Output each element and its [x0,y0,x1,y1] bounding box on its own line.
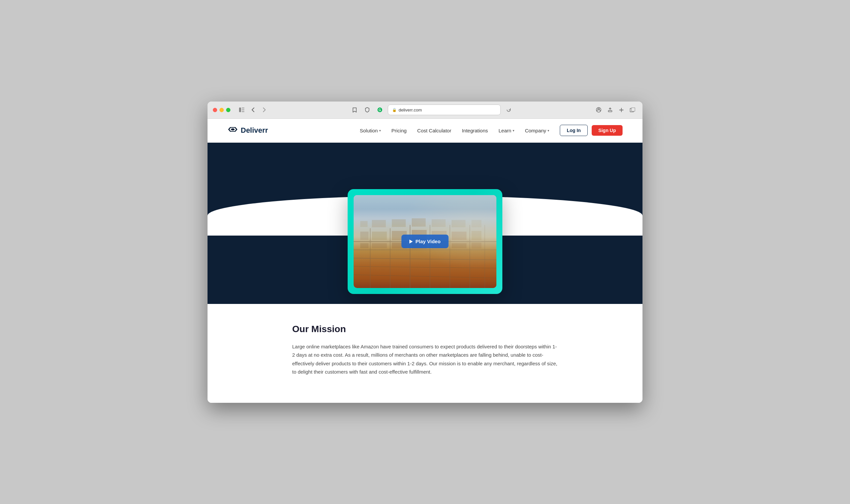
nav-actions: Log In Sign Up [560,125,623,136]
forward-button[interactable] [260,105,269,114]
logo-text: Deliverr [241,126,268,135]
traffic-lights [213,108,230,112]
svg-rect-0 [239,108,241,112]
play-icon [410,239,413,244]
page-content: Deliverr Solution ▾ Pricing Cost Calcula… [208,119,642,403]
new-tab-icon[interactable] [617,105,626,114]
bookmarks-icon[interactable] [350,105,359,114]
chevron-down-icon: ▾ [379,129,381,132]
company-chevron-icon: ▾ [548,129,549,132]
browser-titlebar: G 🔒 deliverr.com [208,102,642,119]
svg-rect-10 [631,108,635,111]
mission-section: Our Mission Large online marketplaces li… [292,324,558,376]
learn-chevron-icon: ▾ [513,129,514,132]
nav-company[interactable]: Company ▾ [525,128,549,133]
nav-links: Solution ▾ Pricing Cost Calculator Integ… [360,128,550,133]
refresh-button[interactable] [504,105,513,114]
video-container: Play Video [208,182,642,304]
browser-window: G 🔒 deliverr.com [208,102,642,403]
nav-cost-calculator[interactable]: Cost Calculator [417,128,452,133]
svg-text:G: G [379,108,381,112]
mission-body: Large online marketplaces like Amazon ha… [292,342,558,376]
browser-right-icons [594,105,637,114]
sidebar-toggle-icon[interactable] [237,105,246,114]
logo[interactable]: Deliverr [227,126,268,135]
svg-rect-1 [242,108,244,108]
svg-rect-2 [242,109,244,110]
shield-icon[interactable] [363,105,372,114]
svg-rect-8 [608,110,612,112]
nav-pricing[interactable]: Pricing [392,128,407,133]
login-button[interactable]: Log In [560,125,588,136]
upload-icon[interactable] [605,105,614,114]
logo-icon [227,126,238,135]
video-overlay: Play Video [353,195,497,288]
signup-button[interactable]: Sign Up [592,125,623,136]
tab-switcher-icon[interactable] [628,105,637,114]
hero-section: Play Video [208,143,642,304]
video-thumbnail: Play Video [353,195,497,288]
navbar: Deliverr Solution ▾ Pricing Cost Calcula… [208,119,642,143]
lock-icon: 🔒 [392,108,397,112]
maximize-button[interactable] [226,108,230,112]
address-bar[interactable]: 🔒 deliverr.com [388,105,501,115]
minimize-button[interactable] [220,108,224,112]
nav-learn[interactable]: Learn ▾ [499,128,514,133]
nav-integrations[interactable]: Integrations [462,128,488,133]
close-button[interactable] [213,108,217,112]
profile-icon[interactable] [594,105,603,114]
video-card: Play Video [348,189,502,294]
play-video-button[interactable]: Play Video [401,235,449,248]
play-label: Play Video [415,238,440,244]
back-button[interactable] [248,105,258,114]
url-text: deliverr.com [399,108,422,112]
mission-title: Our Mission [292,324,558,335]
svg-rect-3 [242,111,244,112]
address-bar-container: G 🔒 deliverr.com [273,105,590,115]
nav-solution[interactable]: Solution ▾ [360,128,381,133]
browser-controls [237,105,269,114]
extension-icon[interactable]: G [375,105,384,114]
